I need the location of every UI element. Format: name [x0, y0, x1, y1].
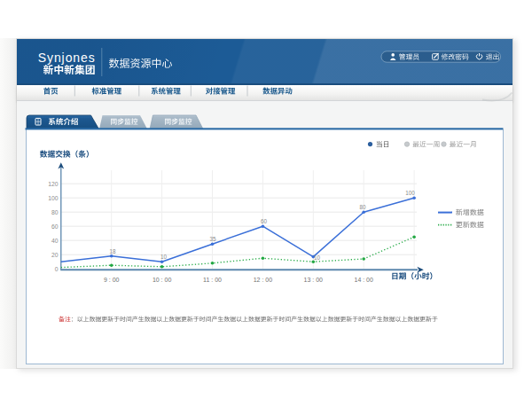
svg-text:12 : 00: 12 : 00: [254, 277, 273, 283]
svg-text:100: 100: [405, 190, 415, 196]
svg-text:80: 80: [51, 209, 59, 215]
svg-text:60: 60: [261, 218, 268, 224]
svg-text:120: 120: [48, 181, 59, 187]
svg-text:35: 35: [209, 236, 216, 242]
svg-text:80: 80: [359, 204, 366, 210]
svg-text:40: 40: [51, 238, 59, 244]
svg-text:0: 0: [55, 266, 59, 272]
svg-text:11 : 00: 11 : 00: [203, 277, 222, 283]
svg-text:13 : 00: 13 : 00: [304, 277, 324, 283]
svg-text:18: 18: [109, 248, 116, 254]
svg-text:10 : 00: 10 : 00: [153, 277, 172, 283]
svg-text:10: 10: [314, 254, 321, 261]
svg-text:60: 60: [51, 223, 59, 230]
svg-text:20: 20: [51, 252, 59, 258]
svg-text:Synjones: Synjones: [38, 51, 96, 65]
svg-text:14 : 00: 14 : 00: [354, 277, 373, 283]
svg-text:9 : 00: 9 : 00: [104, 277, 120, 283]
svg-text:10: 10: [160, 254, 168, 260]
svg-text:100: 100: [48, 195, 59, 201]
